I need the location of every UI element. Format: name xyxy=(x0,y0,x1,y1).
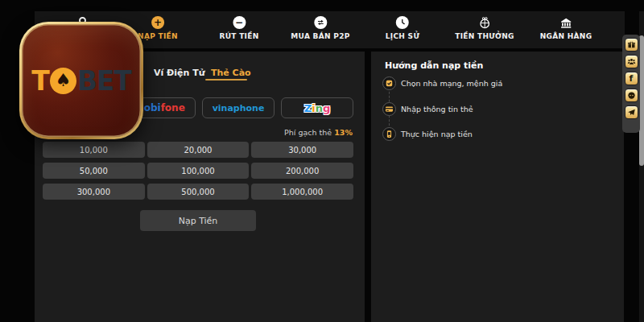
fee-percent: 13% xyxy=(334,128,353,137)
nav-item-label: LỊCH SỬ xyxy=(386,32,419,40)
nav-item-label: RÚT TIỀN xyxy=(219,32,258,40)
phone-icon xyxy=(382,127,396,141)
amount-button[interactable]: 500,000 xyxy=(147,184,250,200)
telegram-icon[interactable] xyxy=(625,105,638,119)
vinaphone-logo: vinaphone xyxy=(213,103,265,114)
guide-step-label: Nhập thông tin thẻ xyxy=(401,105,473,114)
guide-title: Hướng dẫn nạp tiền xyxy=(385,60,483,71)
select-network-icon xyxy=(382,76,396,90)
nav-item-label: MUA BÁN P2P xyxy=(291,32,349,40)
amount-grid: 10,000 20,000 30,000 50,000 100,000 200,… xyxy=(43,142,353,200)
amount-button[interactable]: 10,000 xyxy=(43,142,145,158)
social-rail: f xyxy=(622,35,640,133)
nav-item-label: TIỀN THƯỞNG xyxy=(455,32,514,40)
tobet-logo-inner: T♠BET xyxy=(22,24,141,137)
logo-letters-bet: BET xyxy=(77,65,131,97)
affiliate-icon[interactable] xyxy=(625,55,638,68)
nav-item-deposit[interactable]: + NẠP TIỀN xyxy=(138,16,178,40)
deposit-page: + NẠP TIỀN − RÚT TIỀN MUA BÁN P2P xyxy=(0,0,644,322)
active-tab-underline xyxy=(205,79,247,80)
nav-item-bonus[interactable]: TIỀN THƯỞNG xyxy=(455,16,514,40)
tobet-wordmark: T♠BET xyxy=(31,65,131,97)
mobifone-logo-suffix: fone xyxy=(161,102,185,114)
carrier-vinaphone-button[interactable]: vinaphone xyxy=(202,97,275,118)
amount-button[interactable]: 50,000 xyxy=(43,163,145,179)
nav-item-p2p[interactable]: MUA BÁN P2P xyxy=(291,16,349,40)
guide-step-label: Thực hiện nạp tiền xyxy=(401,130,473,138)
tobet-logo: T♠BET xyxy=(19,22,143,139)
clock-icon xyxy=(396,16,409,29)
facebook-icon[interactable]: f xyxy=(625,72,638,85)
tab-e-wallet[interactable]: Ví Điện Tử xyxy=(154,68,205,78)
nav-item-label: NGÂN HÀNG xyxy=(540,32,592,40)
plus-circle-icon: + xyxy=(151,16,164,29)
nav-item-bank[interactable]: NGÂN HÀNG xyxy=(540,16,592,40)
guide-panel: Hướng dẫn nạp tiền Chọn nhà mạng, mệnh g… xyxy=(371,52,624,322)
tab-scratch-card[interactable]: Thẻ Cào xyxy=(211,68,251,78)
amount-button[interactable]: 100,000 xyxy=(147,163,250,179)
nav-item-withdraw[interactable]: − RÚT TIỀN xyxy=(219,16,258,40)
amount-button[interactable]: 30,000 xyxy=(251,142,353,158)
carrier-zing-button[interactable]: Zing xyxy=(281,97,353,118)
nav-item-label: NẠP TIỀN xyxy=(138,32,178,40)
nav-item-history[interactable]: LỊCH SỬ xyxy=(386,16,419,40)
amount-button[interactable]: 1,000,000 xyxy=(251,184,353,200)
bonus-ball-icon xyxy=(478,16,491,29)
gift-icon[interactable] xyxy=(625,38,638,52)
zing-logo: Z xyxy=(304,102,312,114)
amount-button[interactable]: 300,000 xyxy=(43,184,145,200)
logo-letter-t: T xyxy=(31,65,49,97)
amount-button[interactable]: 20,000 xyxy=(147,142,250,158)
card-icon xyxy=(382,102,396,116)
minus-circle-icon: − xyxy=(233,16,246,29)
spade-icon: ♠ xyxy=(50,68,76,94)
chat-icon[interactable] xyxy=(625,89,638,102)
guide-step-label: Chọn nhà mạng, mệnh giá xyxy=(401,79,502,88)
amount-button[interactable]: 200,000 xyxy=(251,163,353,179)
deposit-submit-button[interactable]: Nạp Tiền xyxy=(140,210,256,231)
bank-icon xyxy=(559,16,572,29)
card-fee-note: Phí gạch thẻ 13% xyxy=(284,128,353,137)
swap-circle-icon xyxy=(314,16,327,29)
